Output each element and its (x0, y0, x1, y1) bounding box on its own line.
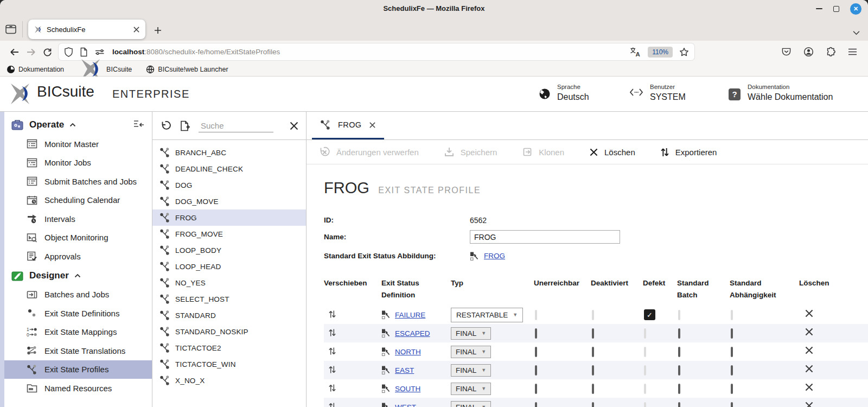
typ-select-north[interactable]: FINAL▼ (451, 346, 491, 358)
exit-state-link-north[interactable]: NORTH (395, 348, 421, 356)
firefox-view-icon[interactable] (4, 21, 23, 37)
sidebar-item-object-monitoring[interactable]: Object Monitoring (4, 228, 152, 247)
exit-state-link-south[interactable]: SOUTH (395, 385, 420, 393)
menu-icon[interactable] (848, 47, 857, 57)
typ-select-west[interactable]: FINAL▼ (451, 401, 491, 407)
standard-abhaengigkeit-checkbox[interactable] (731, 402, 733, 407)
deaktiviert-checkbox[interactable] (592, 384, 594, 394)
sidebar-item-monitor-master[interactable]: Monitor Master (4, 135, 152, 154)
sidebar-collapse-icon[interactable] (131, 119, 145, 129)
sidebar-item-exit-state-translations[interactable]: Exit State Translations (4, 341, 152, 360)
unerreichbar-checkbox[interactable] (535, 328, 537, 339)
sidebar-item-approvals[interactable]: Approvals (4, 247, 152, 266)
list-item-loop-head[interactable]: LOOP_HEAD (152, 258, 306, 275)
sidebar-item-named-resources[interactable]: Named Resources (4, 379, 152, 398)
standard-abhaengigkeit-checkbox[interactable] (731, 347, 733, 357)
list-item-branch-abc[interactable]: BRANCH_ABC (152, 144, 306, 161)
deaktiviert-checkbox[interactable] (592, 365, 594, 376)
sidebar-item-scheduling-calendar[interactable]: Scheduling Calendar (4, 191, 152, 210)
deaktiviert-checkbox[interactable] (592, 347, 594, 357)
sidebar-item-monitor-jobs[interactable]: Monitor Jobs (4, 154, 152, 173)
refresh-icon[interactable] (159, 120, 171, 131)
deaktiviert-checkbox[interactable] (592, 328, 594, 339)
move-row-icon[interactable] (328, 383, 336, 393)
list-item-dog[interactable]: DOG (152, 177, 306, 193)
content-tab-close-icon[interactable] (369, 122, 376, 129)
url-text[interactable]: localhost:8080/schedulix-fe/home/ExitSta… (112, 48, 623, 56)
list-item-x-no-x[interactable]: X_NO_X (152, 372, 306, 389)
exit-state-link-failure[interactable]: FAILURE (395, 311, 425, 319)
unerreichbar-checkbox[interactable] (535, 384, 537, 394)
documentation-selector[interactable]: ? Dokumentation Wähle Dokumentation (728, 84, 833, 102)
name-field[interactable] (470, 230, 620, 244)
shield-icon[interactable] (64, 47, 73, 57)
list-item-dog-move[interactable]: DOG_MOVE (152, 193, 306, 209)
mapping-link[interactable]: FROG (484, 252, 505, 260)
delete-row-icon[interactable] (805, 383, 814, 392)
move-row-icon[interactable] (328, 346, 336, 356)
standard-abhaengigkeit-checkbox[interactable] (731, 365, 733, 376)
standard-batch-checkbox[interactable] (678, 347, 680, 357)
close-button[interactable]: ✕ (850, 3, 861, 15)
list-item-no-yes[interactable]: NO_YES (152, 275, 306, 291)
language-selector[interactable]: Sprache Deutsch (539, 84, 589, 102)
sidebar-item-submit-batches-and-jobs[interactable]: Submit Batches and Jobs (4, 172, 152, 191)
list-all-tabs-icon[interactable] (852, 30, 860, 35)
exit-state-link-escaped[interactable]: ESCAPED (395, 329, 430, 338)
typ-select-failure[interactable]: RESTARTABLE▼ (451, 308, 523, 322)
unerreichbar-checkbox[interactable] (535, 365, 537, 376)
exit-state-link-west[interactable]: WEST (395, 403, 416, 407)
defekt-checkbox[interactable]: ✓ (644, 309, 655, 320)
zoom-level-badge[interactable]: 110% (648, 47, 673, 58)
browser-tab[interactable]: SchedulixFe (28, 20, 145, 39)
content-tab-frog[interactable]: FROG (312, 112, 384, 139)
bookmark-dokumentation[interactable]: Dokumentation (7, 65, 64, 74)
move-row-icon[interactable] (328, 402, 336, 407)
title-bar[interactable]: SchedulixFe — Mozilla Firefox ✕ (0, 0, 868, 17)
sidebar-item-intervals[interactable]: Intervals (4, 209, 152, 228)
list-item-select-host[interactable]: SELECT_HOST (152, 291, 306, 307)
standard-batch-checkbox[interactable] (678, 365, 680, 376)
move-row-icon[interactable] (328, 365, 336, 374)
exit-state-link-east[interactable]: EAST (395, 366, 414, 374)
standard-batch-checkbox[interactable] (678, 328, 680, 339)
standard-batch-checkbox[interactable] (678, 402, 680, 407)
delete-row-icon[interactable] (805, 346, 814, 355)
reload-button[interactable] (39, 44, 55, 60)
search-clear-icon[interactable] (289, 121, 299, 131)
search-input[interactable] (199, 119, 273, 132)
sidebar-item-exit-state-definitions[interactable]: Exit State Definitions (4, 304, 152, 323)
new-item-icon[interactable] (179, 120, 190, 132)
sidebar-item-exit-state-mappings[interactable]: 10Exit State Mappings (4, 323, 152, 342)
back-button[interactable] (7, 44, 23, 60)
sidebar-scrollbar[interactable] (0, 112, 4, 407)
move-row-icon[interactable] (328, 309, 336, 319)
list-item-frog[interactable]: FROG (152, 209, 306, 226)
maximize-button[interactable] (833, 6, 839, 12)
list-item-tictactoe2[interactable]: TICTACTOE2 (152, 340, 306, 356)
list-item-deadline-check[interactable]: DEADLINE_CHECK (152, 161, 306, 177)
list-item-standard[interactable]: STANDARD (152, 307, 306, 323)
l-schen-button[interactable]: Löschen (589, 148, 635, 157)
permissions-icon[interactable] (94, 48, 105, 56)
pocket-icon[interactable] (781, 47, 792, 57)
bookmark-bicsuite-web-launcher[interactable]: BICsuite!web Launcher (146, 65, 228, 74)
standard-abhaengigkeit-checkbox[interactable] (731, 328, 733, 339)
sidebar-item-exit-state-profiles[interactable]: Exit State Profiles (4, 360, 152, 379)
bookmark-star-icon[interactable] (679, 47, 689, 57)
unerreichbar-checkbox[interactable] (535, 347, 537, 357)
typ-select-south[interactable]: FINAL▼ (451, 383, 491, 395)
tab-close-icon[interactable] (133, 26, 140, 33)
sidebar-item-batches-and-jobs[interactable]: Batches and Jobs (4, 285, 152, 304)
page-icon[interactable] (80, 47, 88, 57)
standard-abhaengigkeit-checkbox[interactable] (731, 384, 733, 394)
typ-select-escaped[interactable]: FINAL▼ (451, 327, 491, 340)
list-item-frog-move[interactable]: FROG_MOVE (152, 226, 306, 242)
standard-batch-checkbox[interactable] (678, 384, 680, 394)
delete-row-icon[interactable] (805, 309, 814, 318)
list-item-tictactoe-win[interactable]: TICTACTOE_WIN (152, 356, 306, 372)
list-item-standard-noskip[interactable]: STANDARD_NOSKIP (152, 323, 306, 340)
minimize-button[interactable] (816, 8, 822, 9)
url-bar[interactable]: localhost:8080/schedulix-fe/home/ExitSta… (59, 43, 694, 60)
new-tab-button[interactable] (154, 27, 162, 34)
